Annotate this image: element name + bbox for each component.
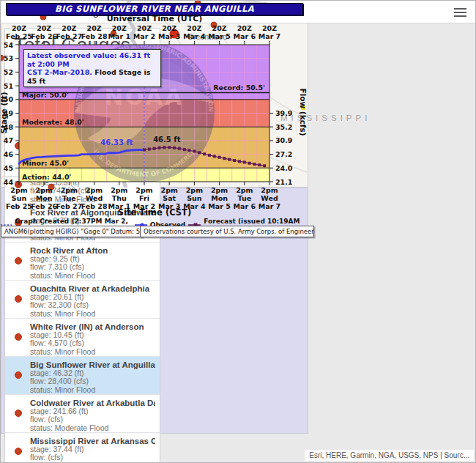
- svg-text:2pm: 2pm: [161, 188, 178, 194]
- gauge-status: status: Moderate Flood: [30, 424, 155, 432]
- gage-datum-note: ANGM6(plotting HGIRG) "Gage 0" Datum: 51…: [1, 226, 143, 237]
- list-item[interactable]: Ouachita River at Arkadelphiastage: 20.6…: [5, 280, 160, 318]
- svg-text:Tue: Tue: [237, 194, 251, 202]
- list-item[interactable]: Mississippi River at Arkansas Citystage:…: [5, 432, 160, 463]
- app-window: Live Stream Gauges Total Gauges 476 Butt…: [0, 0, 476, 463]
- gauge-status-dot: [15, 295, 22, 303]
- list-item[interactable]: Rock River at Aftonstage: 9.25 (ft)flow:…: [5, 242, 160, 280]
- svg-text:2pm: 2pm: [236, 188, 253, 194]
- svg-text:2pm: 2pm: [61, 188, 78, 194]
- list-item[interactable]: Big Sunflower River at Anguillastage: 46…: [5, 356, 160, 394]
- gauge-status-dot: [15, 410, 22, 417]
- svg-text:Mon: Mon: [36, 194, 53, 202]
- svg-text:Sat: Sat: [163, 194, 176, 202]
- gauge-status-dot: [15, 448, 22, 455]
- svg-text:Sun: Sun: [12, 194, 27, 202]
- list-item[interactable]: Coldwater River at Arkabutla Damstage: 2…: [5, 394, 160, 432]
- svg-text:2pm: 2pm: [10, 188, 27, 194]
- observations-credit-note: Observations courtesy of U.S. Army Corps…: [140, 226, 308, 237]
- gauge-status-dot: [15, 333, 22, 341]
- gauge-status-dot: [15, 371, 22, 379]
- site-time-axis-title: Site Time (CST): [1, 207, 308, 218]
- svg-text:2pm: 2pm: [135, 188, 152, 194]
- svg-text:Wed: Wed: [86, 194, 103, 202]
- svg-text:2pm: 2pm: [261, 188, 278, 194]
- svg-text:Fri: Fri: [139, 194, 149, 202]
- gauge-status: status: Minor Flood: [30, 272, 155, 280]
- svg-text:2pm: 2pm: [86, 188, 103, 194]
- gauge-status: status: Minor Flood: [30, 348, 155, 356]
- gauge-status: status: Minor Flood: [30, 310, 155, 318]
- svg-text:Mon: Mon: [211, 194, 228, 202]
- svg-text:Wed: Wed: [261, 194, 278, 202]
- svg-text:2pm: 2pm: [36, 188, 53, 194]
- svg-text:Tue: Tue: [62, 194, 76, 202]
- svg-text:2pm: 2pm: [211, 188, 228, 194]
- hamburger-menu-icon[interactable]: [454, 8, 466, 19]
- svg-text:Thu: Thu: [112, 194, 127, 202]
- gauge-status: status: Minor Flood: [30, 386, 155, 394]
- svg-text:2pm: 2pm: [111, 188, 127, 194]
- gauge-flow: flow: (cfs): [30, 453, 155, 462]
- svg-text:2pm: 2pm: [186, 188, 203, 194]
- gauge-status-dot: [15, 257, 22, 264]
- list-item[interactable]: White River (IN) at Andersonstage: 10.45…: [5, 318, 160, 356]
- svg-text:Sun: Sun: [187, 194, 202, 202]
